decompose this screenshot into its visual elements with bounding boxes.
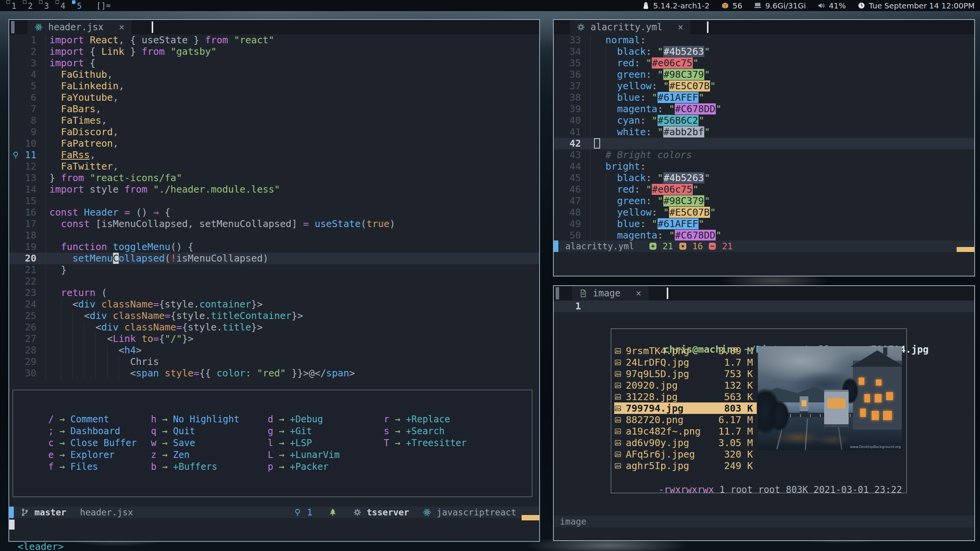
code-line-38[interactable]: 38 blue: "#61AFEF" — [554, 92, 974, 103]
code-line-10[interactable]: 10 FaPatreon, — [9, 138, 539, 149]
which-key-item--git[interactable]: g → +Git — [268, 426, 312, 437]
code-line-2[interactable]: 2import { Link } from "gatsby" — [9, 46, 539, 57]
file-row-97q9L5D.jpg[interactable]: 97q9L5D.jpg 753 K — [614, 368, 757, 379]
close-icon[interactable]: × — [668, 22, 683, 33]
code-line-23[interactable]: 23 return ( — [9, 287, 539, 299]
which-key-item-no-highlight[interactable]: h → No Highlight — [151, 414, 239, 425]
git-branch-name[interactable]: master — [34, 507, 66, 517]
file-row-20920.jpg[interactable]: 20920.jpg 132 K — [614, 379, 757, 391]
code-line-12[interactable]: 12 FaTwitter, — [9, 161, 539, 172]
code-line-37[interactable]: 37 yellow: "#E5C07B" — [554, 80, 974, 92]
close-icon[interactable]: × — [626, 288, 641, 299]
code-line-48[interactable]: 48 yellow: "#E5C07B" — [554, 207, 974, 218]
code-line-22[interactable]: 22 — [9, 276, 539, 287]
file-row-31228.jpg[interactable]: 31228.jpg 563 K — [614, 391, 757, 402]
tab-image[interactable]: image × — [572, 286, 648, 301]
file-row-9rsmTK4.png[interactable]: 9rsmTK4.png3.09 M — [614, 345, 757, 356]
code-line-33[interactable]: 33 normal: — [554, 34, 974, 46]
tab-alacritty-yml[interactable]: alacritty.yml × — [570, 20, 690, 34]
which-key-item-quit[interactable]: q → Quit — [151, 426, 195, 437]
code-line-44[interactable]: 44 bright: — [554, 161, 974, 172]
code-line-14[interactable]: 14import style from "./header.module.les… — [9, 184, 539, 195]
file-row-882720.png[interactable]: 882720.png6.17 M — [614, 414, 757, 425]
workspace-3[interactable]: 3 — [44, 1, 49, 11]
code-line-20[interactable]: 20 setMenuCollapsed(!isMenuCollapsed) — [9, 253, 539, 264]
which-key-item-comment[interactable]: / → Comment — [48, 414, 109, 425]
which-key-item--packer[interactable]: p → +Packer — [268, 461, 329, 472]
code-line-1[interactable]: 1import React, { useState } from "react" — [9, 34, 539, 46]
command-line[interactable]: <leader> <esc> close <bs> go up one leve… — [9, 519, 539, 530]
code-line-43[interactable]: 43 # Bright colors — [554, 149, 974, 161]
code-line-1[interactable]: 1 — [554, 301, 974, 312]
lightbulb-icon[interactable] — [11, 150, 20, 162]
code-line-11[interactable]: 11 FaRss, — [9, 149, 539, 161]
which-key-item--lunarvim[interactable]: L → +LunarVim — [268, 450, 340, 460]
tab-header-jsx[interactable]: header.jsx × — [28, 20, 131, 34]
code-line-29[interactable]: 29 Chris — [9, 356, 539, 368]
which-key-item-zen[interactable]: z → Zen — [151, 450, 190, 460]
code-line-35[interactable]: 35 red: "#e06c75" — [554, 57, 974, 69]
which-key-item-close-buffer[interactable]: c → Close Buffer — [48, 438, 137, 448]
which-key-item--search[interactable]: s → +Search — [384, 426, 445, 437]
close-icon[interactable]: × — [109, 22, 124, 33]
code-line-30[interactable]: 30 <span style={{ color: "red" }}>@</spa… — [9, 368, 539, 379]
which-key-item--debug[interactable]: d → +Debug — [268, 414, 323, 425]
code-line-40[interactable]: 40 cyan: "#56B6C2" — [554, 115, 974, 126]
code-line-6[interactable]: 6 FaYoutube, — [9, 92, 539, 103]
workspace-5[interactable]: 5 — [77, 1, 82, 11]
code-line-13[interactable]: 13} from "react-icons/fa" — [9, 172, 539, 184]
code-line-47[interactable]: 47 green: "#98C379" — [554, 195, 974, 207]
code-line-3[interactable]: 3import { — [9, 57, 539, 69]
file-row-24LrDFQ.jpg[interactable]: 24LrDFQ.jpg 1.7 M — [614, 356, 757, 368]
code-line-17[interactable]: 17 const [isMenuCollapsed, setMenuCollap… — [9, 218, 539, 230]
layout-indicator[interactable]: []= — [96, 1, 111, 10]
status-text: Tue September 14 12:00PM — [869, 1, 975, 10]
code-line-21[interactable]: 21 } — [9, 264, 539, 276]
token: " — [699, 115, 704, 126]
which-key-item-dashboard[interactable]: ; → Dashboard — [48, 426, 120, 437]
code-line-16[interactable]: 16const Header = () ⇒ { — [9, 207, 539, 218]
code-line-41[interactable]: 41 white: "#abb2bf" — [554, 126, 974, 138]
which-key-item--lsp[interactable]: l → +LSP — [268, 438, 312, 448]
which-key-item-explorer[interactable]: e → Explorer — [48, 450, 115, 460]
code-line-15[interactable]: 15 — [9, 195, 539, 207]
file-row-ad6v90y.jpg[interactable]: ad6v90y.jpg3.05 M — [614, 437, 757, 448]
code-line-27[interactable]: 27 <Link to={"/"}> — [9, 333, 539, 345]
file-name: 799794.jpg — [626, 403, 718, 414]
scrollbar-position-marker[interactable] — [957, 247, 974, 252]
workspace-2[interactable]: 2 — [28, 1, 33, 11]
code-line-7[interactable]: 7 FaBars, — [9, 103, 539, 115]
code-line-45[interactable]: 45 black: "#4b5263" — [554, 172, 974, 184]
code-line-28[interactable]: 28 <h4> — [9, 345, 539, 356]
code-line-9[interactable]: 9 FaDiscord, — [9, 126, 539, 138]
tabline-caret — [152, 21, 153, 33]
which-key-item--replace[interactable]: r → +Replace — [384, 414, 450, 425]
token: , — [90, 149, 95, 160]
code-line-34[interactable]: 34 black: "#4b5263" — [554, 46, 974, 57]
code-line-5[interactable]: 5 FaLinkedin, — [9, 80, 539, 92]
code-line-25[interactable]: 25 <div className={style.titleContainer}… — [9, 310, 539, 322]
workspace-4[interactable]: 4 — [61, 1, 65, 11]
code-line-19[interactable]: 19 function toggleMenu() { — [9, 241, 539, 253]
file-row-799794.jpg[interactable]: 799794.jpg 803 K — [614, 402, 757, 414]
code-line-49[interactable]: 49 blue: "#61AFEF" — [554, 218, 974, 230]
file-row-AFq5r6j.jpeg[interactable]: AFq5r6j.jpeg 320 K — [614, 448, 757, 460]
code-line-50[interactable]: 50 magenta: "#C678DD" — [554, 230, 974, 241]
code-line-8[interactable]: 8 FaTimes, — [9, 115, 539, 126]
code-line-46[interactable]: 46 red: "#e06c75" — [554, 184, 974, 195]
which-key-item--buffers[interactable]: b → +Buffers — [151, 461, 217, 472]
which-key-item-save[interactable]: w → Save — [151, 438, 195, 448]
code-line-26[interactable]: 26 <div className={style.title}> — [9, 322, 539, 333]
which-key-item--treesitter[interactable]: T → +Treesitter — [384, 438, 467, 448]
code-line-42[interactable]: 42 — [554, 138, 974, 149]
code-line-39[interactable]: 39 magenta: "#C678DD" — [554, 103, 974, 115]
file-row-a19c482f~.png[interactable]: a19c482f~.png11.7 M — [614, 425, 757, 437]
workspace-1[interactable]: 1 — [11, 1, 16, 11]
code-line-36[interactable]: 36 green: "#98C379" — [554, 69, 974, 80]
token: toggleMenu — [113, 241, 171, 252]
code-line-24[interactable]: 24 <div className={style.container}> — [9, 299, 539, 310]
file-row-aghr5Ip.jpg[interactable]: aghr5Ip.jpg 249 K — [614, 460, 757, 471]
which-key-item-files[interactable]: f → Files — [48, 461, 98, 472]
code-line-4[interactable]: 4 FaGithub, — [9, 69, 539, 80]
code-line-18[interactable]: 18 — [9, 230, 539, 241]
